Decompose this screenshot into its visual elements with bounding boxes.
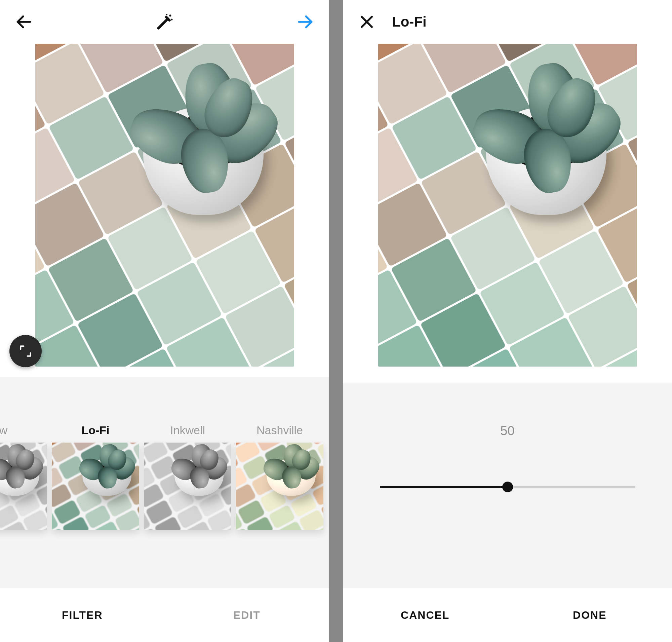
next-arrow-icon [296, 12, 315, 31]
done-button[interactable]: DONE [508, 588, 672, 642]
photo-preview-area [343, 44, 672, 367]
slider-value: 50 [500, 424, 514, 438]
filter-label: Lo-Fi [52, 424, 139, 438]
svg-point-1 [171, 18, 172, 20]
intensity-slider[interactable] [380, 482, 635, 492]
magic-wand-icon [155, 12, 174, 31]
filter-thumb-lofi[interactable]: Lo-Fi [52, 424, 139, 530]
photo-preview-area [0, 44, 329, 367]
back-arrow-icon [14, 12, 33, 31]
close-button[interactable] [355, 10, 378, 34]
filter-label: w [0, 424, 47, 438]
filter-title: Lo-Fi [392, 14, 427, 30]
tab-filter[interactable]: FILTER [0, 588, 165, 642]
svg-point-0 [169, 14, 171, 16]
filter-label: Inkwell [144, 424, 231, 438]
close-icon [358, 13, 375, 30]
filter-thumb-willow[interactable]: w [0, 424, 47, 530]
filter-preview [144, 442, 231, 530]
filter-adjust-screen: Lo-Fi 50 CANCEL DONE [343, 0, 672, 642]
header [0, 0, 329, 44]
action-bar: CANCEL DONE [343, 588, 672, 642]
back-button[interactable] [12, 10, 36, 34]
photo-preview[interactable] [378, 44, 637, 367]
filter-thumb-nashville[interactable]: Nashville [236, 424, 323, 530]
next-button[interactable] [294, 10, 317, 34]
filter-preview [52, 442, 139, 530]
cancel-button[interactable]: CANCEL [343, 588, 508, 642]
filter-label: Nashville [236, 424, 323, 438]
photo-preview[interactable] [35, 44, 294, 367]
bottom-tabs: FILTER EDIT [0, 588, 329, 642]
auto-enhance-button[interactable] [153, 10, 177, 34]
tab-edit[interactable]: EDIT [165, 588, 329, 642]
filter-preview [236, 442, 323, 530]
filter-preview [0, 442, 47, 530]
filter-select-screen: wLo-FiInkwellNashville FILTER EDIT [0, 0, 329, 642]
expand-button[interactable] [10, 335, 42, 367]
header: Lo-Fi [343, 0, 672, 44]
expand-icon [18, 344, 33, 359]
svg-point-2 [166, 14, 167, 15]
slider-area: 50 [343, 383, 672, 588]
filter-strip[interactable]: wLo-FiInkwellNashville [0, 377, 329, 588]
filter-thumb-inkwell[interactable]: Inkwell [144, 424, 231, 530]
